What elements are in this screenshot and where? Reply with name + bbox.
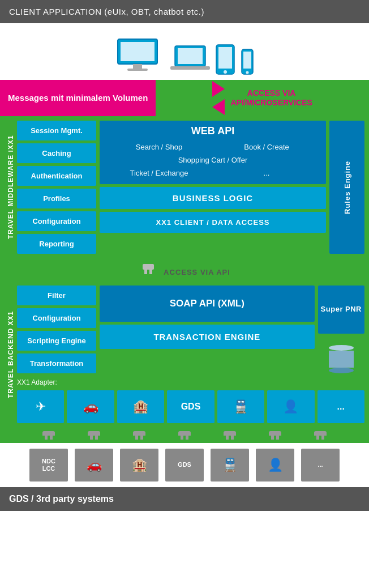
adapter-label: XX1 Adapter: — [17, 378, 364, 386]
svg-rect-14 — [144, 270, 147, 274]
adapter-person: 👤 — [267, 390, 314, 423]
super-pnr-box: Super PNR — [318, 286, 364, 334]
client-app-header: CLIENT APPLICATION (eUIx, OBT, chatbot e… — [0, 0, 369, 23]
footer-label: GDS / 3rd party systems — [9, 494, 114, 504]
backend-vertical-label: TRAVEL BACKEND XX1 — [5, 286, 17, 423]
backend-left-column: Filter Configuration Scripting Engine Tr… — [17, 286, 96, 373]
adapter-hotel: 🏨 — [117, 390, 164, 423]
more-item: ... — [213, 168, 320, 178]
svg-rect-8 — [218, 47, 232, 69]
authentication-box: Authentication — [17, 166, 96, 186]
phone-icon — [241, 48, 254, 76]
backend-inner: Filter Configuration Scripting Engine Tr… — [17, 286, 364, 423]
pipe-connector-4 — [178, 431, 191, 440]
rules-engine-box: Rules Engine — [329, 121, 364, 254]
bottom-gds: GDS — [165, 449, 204, 482]
web-api-title: WEB API — [105, 125, 320, 137]
svg-point-12 — [246, 71, 249, 74]
caching-box: Caching — [17, 143, 96, 163]
ticket-exchange-item: Ticket / Exchange — [105, 168, 213, 178]
pipe-connector-3 — [133, 431, 145, 440]
bottom-icons-row: NDCLCC 🚗 🏨 GDS 🚆 👤 ... — [0, 443, 369, 487]
web-api-column: WEB API Search / Shop Book / Create Shop… — [100, 121, 326, 254]
backend-section: TRAVEL BACKEND XX1 Filter Configuration … — [0, 286, 369, 428]
profiles-box: Profiles — [17, 189, 96, 208]
pipe-connector-6 — [269, 431, 281, 440]
pipe-connectors-group — [26, 431, 343, 440]
data-access-box: XX1 CLIENT / DATA ACCESS — [100, 212, 326, 233]
client-app-title: CLIENT APPLICATION — [9, 7, 102, 16]
backend-top-row: Filter Configuration Scripting Engine Tr… — [17, 286, 364, 373]
messages-label: Messages mit minimalem Volumen — [8, 92, 148, 104]
middleware-left-column: Session Mgmt. Caching Authentication Pro… — [17, 121, 96, 254]
backend-right-column: SOAP API (XML) TRANSACTION ENGINE — [100, 286, 315, 373]
transformation-box: Transformation — [17, 353, 96, 373]
pipe-connector-1 — [42, 431, 55, 440]
arrow-left-icon — [212, 99, 225, 115]
access-arrows — [212, 80, 225, 116]
middleware-vertical-label: TRAVEL MIDDLEWARE iXX1 — [5, 121, 17, 254]
database-icon — [329, 345, 354, 373]
adapter-train: 🚆 — [217, 390, 264, 423]
svg-rect-11 — [243, 52, 251, 69]
svg-rect-13 — [143, 264, 154, 270]
tablet-icon — [214, 44, 236, 76]
book-create-item: Book / Create — [213, 142, 320, 152]
bottom-car: 🚗 — [75, 449, 113, 482]
monitor-icon — [115, 37, 166, 76]
middleware-inner: Session Mgmt. Caching Authentication Pro… — [17, 121, 364, 254]
device-icons — [115, 31, 254, 76]
web-api-box: WEB API Search / Shop Book / Create Shop… — [100, 121, 326, 184]
search-shop-item: Search / Shop — [105, 142, 213, 152]
soap-api-box: SOAP API (XML) — [100, 286, 315, 322]
svg-rect-15 — [149, 270, 152, 274]
filter-box: Filter — [17, 286, 96, 305]
laptop-icon — [170, 44, 210, 76]
bottom-person: 👤 — [256, 449, 294, 482]
pipe-connector-7 — [314, 431, 327, 440]
api-connector-row: ACCESS VIA API — [0, 258, 369, 286]
pipe-connector-2 — [88, 431, 100, 440]
messages-box: Messages mit minimalem Volumen — [0, 80, 156, 116]
svg-point-9 — [224, 70, 227, 74]
adapter-flight: ✈ — [17, 390, 64, 423]
backend-configuration-box: Configuration — [17, 308, 96, 328]
bottom-more: ... — [301, 449, 340, 482]
reporting-box: Reporting — [17, 234, 96, 254]
api-connector-icon — [139, 264, 158, 280]
bottom-icons-group: NDCLCC 🚗 🏨 GDS 🚆 👤 ... — [26, 449, 343, 482]
svg-rect-2 — [133, 64, 142, 69]
web-api-grid: Search / Shop Book / Create Shopping Car… — [105, 142, 320, 178]
access-via-label: ACCESS VIAAPI/MICROSERVICES — [230, 88, 312, 108]
adapter-row: ✈ 🚗 🏨 GDS 🚆 👤 ... — [17, 390, 364, 423]
arrow-right-icon — [212, 81, 225, 97]
gds-footer: GDS / 3rd party systems — [0, 487, 369, 511]
client-app-subtitle: (eUIx, OBT, chatbot etc.) — [102, 7, 204, 16]
svg-rect-6 — [170, 66, 210, 70]
svg-rect-3 — [127, 69, 148, 71]
scripting-engine-box: Scripting Engine — [17, 331, 96, 351]
svg-rect-1 — [121, 42, 155, 61]
session-mgmt-box: Session Mgmt. — [17, 121, 96, 140]
middleware-section: TRAVEL MIDDLEWARE iXX1 Session Mgmt. Cac… — [0, 116, 369, 258]
transaction-engine-box: TRANSACTION ENGINE — [100, 325, 315, 349]
shopping-cart-item: Shopping Cart / Offer — [105, 155, 320, 165]
bottom-hotel: 🏨 — [120, 449, 158, 482]
connector-plug-icon — [139, 264, 158, 278]
bottom-ndc-lcc: NDCLCC — [29, 449, 68, 482]
adapter-more: ... — [317, 390, 364, 423]
pipe-connectors-row — [0, 428, 369, 443]
business-logic-box: BUSINESS LOGIC — [100, 187, 326, 209]
pipe-connector-5 — [224, 431, 236, 440]
adapter-gds: GDS — [167, 390, 214, 423]
device-area — [0, 23, 369, 80]
access-api-label: ACCESS VIA API — [164, 268, 230, 276]
messages-access-row: Messages mit minimalem Volumen ACCESS VI… — [0, 80, 369, 116]
access-box: ACCESS VIAAPI/MICROSERVICES — [156, 80, 369, 116]
configuration-box: Configuration — [17, 211, 96, 231]
adapter-car: 🚗 — [67, 390, 114, 423]
bottom-train: 🚆 — [211, 449, 249, 482]
svg-rect-5 — [178, 48, 203, 64]
